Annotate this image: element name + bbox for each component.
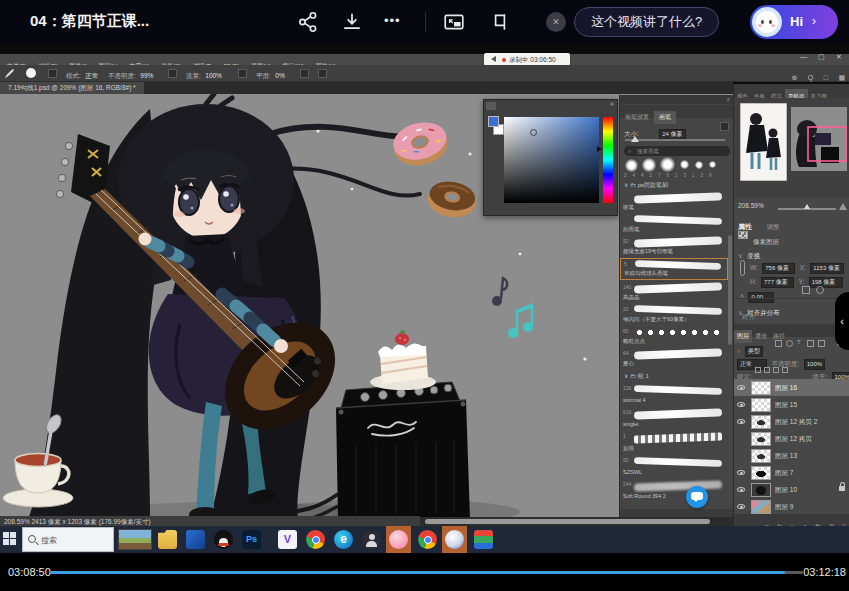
chat-bubble-button[interactable] — [686, 486, 708, 508]
file-explorer-icon[interactable] — [158, 530, 177, 549]
zoom-in-mountain-icon[interactable] — [839, 203, 847, 210]
tab-adjustments[interactable]: 调整 — [766, 223, 779, 230]
active-app-highlight[interactable] — [442, 526, 467, 553]
slider-knob[interactable] — [631, 136, 639, 142]
layer-thumbnail[interactable] — [751, 381, 771, 395]
scrollbar-thumb[interactable] — [425, 519, 710, 524]
sidebar-collapse-handle[interactable]: ‹ — [835, 292, 849, 350]
saturation-brightness-field[interactable] — [504, 117, 599, 203]
smoothing-option[interactable]: 平滑: 0% — [256, 65, 285, 81]
brush-preset-row[interactable] — [622, 157, 732, 171]
zoom-percent[interactable]: 208.59% — [738, 202, 764, 209]
browser-app-icon[interactable] — [445, 530, 464, 549]
lock-pixels-icon[interactable] — [764, 367, 770, 373]
blue-app-icon[interactable] — [186, 530, 205, 549]
visibility-eye-icon[interactable] — [737, 402, 745, 407]
layer-thumbnail[interactable] — [751, 449, 771, 463]
brush-item[interactable]: 64 爱心 — [620, 348, 728, 370]
restore-icon[interactable]: ▢ — [818, 53, 825, 61]
visibility-eye-icon[interactable] — [737, 504, 745, 509]
v-app-icon[interactable]: V — [278, 530, 297, 549]
layer-row[interactable]: 图层 13 — [734, 447, 849, 464]
edge-icon[interactable]: e — [334, 530, 353, 549]
panel-menu-icon[interactable]: ≡ — [727, 96, 730, 102]
brush-item[interactable]: 60 颗粒点点 — [620, 326, 728, 348]
filter-pixel-icon[interactable] — [775, 340, 782, 347]
airbrush-icon[interactable] — [238, 69, 247, 78]
more-icon[interactable]: ••• — [384, 13, 408, 35]
dismiss-ask-icon[interactable]: ✕ — [546, 12, 566, 32]
brush-group-2[interactable]: ∨ 🗀 组 1 — [624, 372, 649, 381]
progress-bar[interactable] — [50, 571, 803, 574]
game-window-thumbnail[interactable] — [118, 529, 152, 550]
brush-item[interactable]: 刮画笔 — [620, 214, 728, 236]
office-app-icon[interactable] — [474, 530, 493, 549]
download-icon[interactable] — [340, 11, 364, 33]
layer-row[interactable]: 图层 12 拷贝 — [734, 430, 849, 447]
visibility-eye-icon[interactable] — [737, 487, 745, 492]
lock-all-icon[interactable] — [782, 367, 788, 373]
color-cursor[interactable] — [530, 129, 537, 136]
brush-group-1[interactable]: ∨ 🗀 ps同款笔刷 — [624, 181, 668, 190]
workspace-icon[interactable]: □ — [824, 74, 828, 81]
layer-row[interactable]: 图层 7 — [734, 464, 849, 481]
minimize-icon[interactable]: — — [800, 53, 807, 60]
arrange-icon[interactable]: ▦ — [838, 74, 845, 81]
layer-row[interactable]: 图层 16 — [734, 379, 849, 396]
document-tab[interactable]: 7.19勾线1.psd @ 209% (图层 16, RGB/8#) * — [0, 82, 144, 94]
layer-row[interactable]: 图层 9 — [734, 498, 849, 515]
lock-position-icon[interactable] — [773, 367, 779, 373]
lock-transparent-icon[interactable] — [755, 367, 761, 373]
assistant-hi-button[interactable]: Hi › — [750, 5, 838, 39]
rotate-icon[interactable] — [816, 286, 824, 294]
qq-icon[interactable] — [214, 530, 233, 549]
layer-thumbnail[interactable] — [751, 415, 771, 429]
pen-pressure-icon[interactable] — [720, 122, 729, 131]
pressure-opacity-icon[interactable] — [168, 69, 177, 78]
share-icon[interactable] — [296, 11, 320, 33]
chrome-icon-2[interactable] — [418, 530, 437, 549]
visibility-eye-icon[interactable] — [737, 419, 745, 424]
brush-preset-icon[interactable] — [26, 68, 36, 78]
ask-video-button[interactable]: 这个视频讲了什么? — [574, 7, 719, 37]
brush-size-slider[interactable] — [625, 139, 725, 141]
filter-adjustment-icon[interactable] — [786, 340, 793, 347]
close-icon[interactable]: ✕ — [836, 53, 842, 61]
layer-thumbnail[interactable] — [751, 398, 771, 412]
brush-search-box[interactable]: ⌕ 搜索画笔 — [624, 146, 730, 156]
layer-thumbnail[interactable] — [751, 466, 771, 480]
layer-thumbnail[interactable] — [751, 483, 771, 497]
taskbar-search[interactable]: 搜索 — [22, 527, 114, 552]
flow-option[interactable]: 流量: 100% — [186, 65, 222, 81]
note-flag-icon[interactable] — [488, 11, 512, 33]
hue-strip[interactable] — [603, 117, 613, 203]
opacity-option[interactable]: 不透明度: 99% — [108, 65, 153, 81]
brush-item-selected[interactable]: 5 草稿勾线球头画笔 — [620, 258, 728, 280]
home-icon[interactable]: ⊕ — [791, 74, 797, 81]
visibility-eye-icon[interactable] — [737, 385, 745, 390]
blend-mode-option[interactable]: 模式: 正常 — [66, 65, 98, 81]
brush-item[interactable]: 244 Soft Round 394 2 — [620, 479, 728, 503]
filter-smart-icon[interactable] — [818, 340, 825, 347]
layer-row[interactable]: 图层 15 — [734, 396, 849, 413]
pink-app-icon[interactable] — [389, 530, 408, 549]
brush-item[interactable]: 616 singlei — [620, 407, 728, 431]
account-app-icon[interactable] — [362, 530, 381, 549]
photoshop-icon[interactable]: Ps — [242, 530, 261, 549]
tab-properties[interactable]: 属性 — [738, 223, 752, 230]
active-app-highlight[interactable] — [386, 526, 411, 553]
video-frame[interactable]: 文件(F) 编辑(E) 图像(I) 图层(L) 文字(Y) 选择(S) 滤镜(T… — [0, 45, 849, 560]
foreground-color-swatch[interactable] — [488, 116, 499, 127]
brush-item[interactable]: 136 stormai 4 — [620, 383, 728, 407]
layer-thumbnail[interactable] — [751, 432, 771, 446]
reference-image-thumbnail[interactable] — [740, 103, 787, 181]
brushes-scrollbar[interactable] — [728, 235, 732, 345]
visibility-eye-icon[interactable] — [737, 470, 745, 475]
brush-item[interactable]: 140 高晶晶 — [620, 282, 728, 304]
layer-thumbnail[interactable] — [751, 500, 771, 514]
brush-item[interactable]: 20 噪闪闪（不要大于60像素） — [620, 304, 728, 326]
filter-shape-icon[interactable] — [807, 340, 814, 347]
navigator-thumbnail[interactable] — [791, 107, 847, 171]
brush-item[interactable]: 50 SZSWL — [620, 455, 728, 479]
y-value[interactable]: 198 像素 — [809, 277, 843, 288]
